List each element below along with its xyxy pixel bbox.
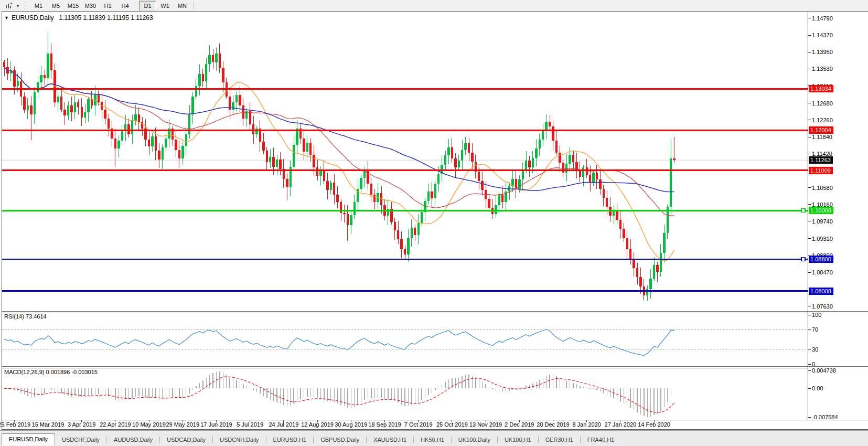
tab-usdcnh-daily[interactable]: USDCNH,Daily [213,435,266,445]
toolbar-grip[interactable] [24,2,26,9]
timeframe-button-m5[interactable]: M5 [47,1,65,11]
collapse-icon[interactable]: ▼ [4,15,9,20]
chart-plot-area[interactable] [0,0,868,446]
toolbar-separator [193,2,194,10]
chart-ohlc-values: 1.11305 1.11839 1.11195 1.11263 [59,14,153,22]
trading-terminal-window: ▾ M1M5M15M30H1H4D1W1MN ▼EURUSD,Daily1.11… [0,0,868,446]
macd-indicator-label: MACD(12,26,9) 0.001896 -0.003015 [4,369,98,375]
timeframe-button-h4[interactable]: H4 [116,1,134,11]
chart-tab-bar: EURUSD,DailyUSDCHF,DailyAUDUSD,DailyUSDC… [0,430,868,446]
date-axis-ticks [14,420,654,422]
tab-uk100-h1[interactable]: UK100,H1 [498,435,538,445]
dropdown-caret-icon[interactable]: ▾ [15,3,21,8]
tab-fra40-h1[interactable]: FRA40,H1 [581,435,621,445]
periods-icon[interactable] [3,1,15,10]
timeframe-button-m15[interactable]: M15 [65,1,82,11]
line-drag-handle [801,209,805,213]
timeframe-button-w1[interactable]: W1 [156,1,174,11]
timeframe-button-m1[interactable]: M1 [30,1,47,11]
tab-gbpusd-daily[interactable]: GBPUSD,Daily [314,435,366,445]
tab-usdchf-daily[interactable]: USDCHF,Daily [55,435,106,445]
rsi-indicator-label: RSI(14) 73.4614 [4,313,47,320]
timeframe-button-h1[interactable]: H1 [99,1,116,11]
chart-canvas[interactable] [0,0,868,446]
tab-eurusd-daily[interactable]: EURUSD,Daily [2,433,55,445]
tab-uk100-daily[interactable]: UK100,Daily [452,435,497,445]
tab-xauusd-h1[interactable]: XAUUSD,H1 [367,435,413,445]
periods-icon-glyph [5,2,13,9]
timeframe-button-m30[interactable]: M30 [82,1,99,11]
timeframe-button-mn[interactable]: MN [174,1,191,11]
chart-title: ▼EURUSD,Daily1.11305 1.11839 1.11195 1.1… [4,14,153,22]
tab-usdcad-daily[interactable]: USDCAD,Daily [160,435,212,445]
line-drag-handle [801,257,805,261]
tab-eurusd-h1[interactable]: EURUSD,H1 [266,435,314,445]
chart-symbol-label: EURUSD,Daily [12,14,54,22]
tab-audusd-daily[interactable]: AUDUSD,Daily [107,435,159,445]
tab-ger30-h1[interactable]: GER30,H1 [539,435,580,445]
timeframe-buttons: M1M5M15M30H1H4D1W1MN [30,1,196,11]
tab-hk50-h1[interactable]: HK50,H1 [414,435,451,445]
timeframe-button-d1[interactable]: D1 [139,1,156,11]
timeframes-toolbar: ▾ M1M5M15M30H1H4D1W1MN [0,0,868,12]
toolbar-separator [136,2,137,10]
